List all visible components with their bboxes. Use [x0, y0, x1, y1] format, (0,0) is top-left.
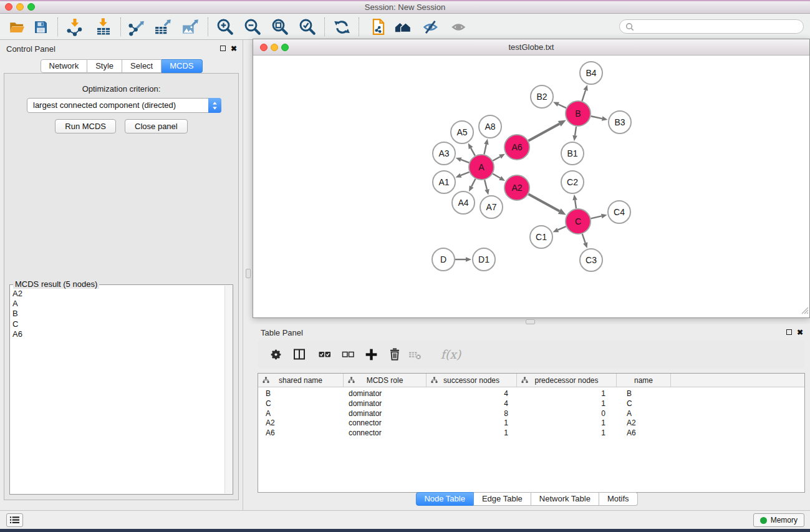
criterion-select[interactable]: largest connected component (directed) — [27, 98, 221, 113]
tab-mcds[interactable]: MCDS — [162, 59, 202, 73]
table-row[interactable]: Adominator80A — [258, 409, 804, 419]
search-input[interactable] — [637, 22, 798, 32]
show-graphics-details-button[interactable] — [448, 16, 470, 37]
column-header-MCDS-role[interactable]: MCDS role — [344, 374, 427, 387]
result-item[interactable]: C — [12, 319, 22, 329]
tab-node-table[interactable]: Node Table — [415, 492, 474, 506]
select-all-button[interactable] — [316, 345, 334, 364]
table-toolbar: f(x) — [258, 341, 804, 368]
result-item[interactable]: A2 — [12, 289, 22, 299]
column-header-successor-nodes[interactable]: successor nodes — [427, 374, 517, 387]
network-overview-button[interactable] — [368, 16, 389, 37]
graph-edge-B-B1[interactable] — [575, 127, 576, 135]
export-table-button[interactable] — [152, 16, 173, 37]
create-column-button[interactable] — [362, 345, 380, 364]
graph-edge-A-A1[interactable] — [461, 172, 470, 175]
mcds-tab-content: Optimization criterion: largest connecte… — [4, 73, 239, 500]
select-stepper-icon — [208, 98, 221, 113]
graph-edge-A2-C[interactable] — [528, 194, 559, 211]
table-cell: 4 — [427, 399, 517, 409]
tab-motifs[interactable]: Motifs — [599, 492, 638, 506]
export-image-button[interactable] — [180, 16, 201, 37]
save-floppy-icon — [33, 19, 49, 35]
horizontal-divider-handle[interactable] — [526, 319, 535, 324]
graph-edge-A-A5[interactable] — [471, 148, 475, 155]
close-panel-icon[interactable]: ✖ — [231, 45, 237, 52]
table-row[interactable]: Bdominator41B — [258, 389, 804, 399]
save-session-button[interactable] — [30, 16, 51, 37]
column-header-shared-name[interactable]: shared name — [258, 374, 344, 387]
graph-edge-C-C2[interactable] — [575, 200, 576, 209]
zoom-out-button[interactable] — [242, 16, 263, 37]
export-network-button[interactable] — [126, 16, 147, 37]
delete-column-button[interactable] — [385, 345, 404, 364]
show-column-button[interactable] — [290, 345, 309, 364]
graph-edge-arrowhead — [602, 116, 608, 120]
trash-icon — [387, 347, 402, 362]
graph-edge-C-C4[interactable] — [591, 216, 601, 218]
network-canvas[interactable]: AA3A5A8A1A4A7A6A2BB2B4B3B1CC2C4C1C3DD1 — [253, 56, 809, 317]
result-item[interactable]: A6 — [12, 329, 22, 339]
graph-node-label: C3 — [586, 255, 597, 265]
graph-edge-A-A7[interactable] — [485, 180, 487, 189]
deselect-all-button[interactable] — [339, 345, 357, 364]
delete-table-button[interactable] — [406, 345, 425, 364]
open-session-button[interactable] — [6, 16, 27, 37]
tab-network-table[interactable]: Network Table — [531, 492, 599, 506]
vertical-divider-handle[interactable] — [246, 269, 251, 278]
import-network-button[interactable] — [64, 16, 85, 37]
graph-edge-B-B3[interactable] — [591, 116, 602, 118]
zoom-selected-button[interactable] — [297, 16, 318, 37]
mcds-result-title: MCDS result (5 nodes) — [13, 279, 99, 289]
graph-edge-A-A2[interactable] — [493, 174, 500, 178]
table-cell: dominator — [344, 399, 427, 409]
column-header-label: predecessor nodes — [534, 376, 598, 385]
graph-edge-A-A6[interactable] — [493, 157, 500, 161]
hide-graphics-details-button[interactable] — [420, 16, 441, 37]
close-table-panel-icon[interactable]: ✖ — [797, 329, 803, 336]
close-panel-button[interactable]: Close panel — [125, 119, 188, 133]
graph-edge-arrowhead — [583, 85, 587, 91]
float-panel-icon[interactable] — [220, 46, 226, 51]
graph-node-label: B — [575, 109, 581, 118]
graph-edge-C-C1[interactable] — [558, 226, 566, 230]
function-builder-button[interactable]: f(x) — [437, 345, 465, 364]
column-header-name[interactable]: name — [617, 374, 671, 387]
graph-edge-A-A8[interactable] — [484, 144, 486, 154]
task-history-button[interactable] — [6, 513, 23, 527]
graph-edge-A6-B[interactable] — [528, 123, 559, 140]
graph-edge-A-A3[interactable] — [461, 160, 469, 163]
memory-button[interactable]: Memory — [753, 513, 804, 527]
tab-select[interactable]: Select — [122, 59, 162, 73]
result-item[interactable]: A — [12, 299, 22, 309]
result-item[interactable]: B — [12, 309, 22, 319]
tab-network[interactable]: Network — [40, 59, 87, 73]
zoom-in-icon — [216, 18, 234, 36]
tab-style[interactable]: Style — [87, 59, 122, 73]
float-table-panel-icon[interactable] — [786, 329, 792, 335]
table-cell: 1 — [427, 418, 517, 428]
apply-layout-button[interactable] — [331, 16, 352, 37]
zoom-fit-button[interactable] — [269, 16, 291, 37]
graph-edge-B-B2[interactable] — [558, 104, 566, 108]
graph-edge-C-C3[interactable] — [582, 234, 586, 243]
column-header-label: name — [634, 376, 653, 385]
search-box[interactable] — [619, 19, 804, 34]
network-window-titlebar[interactable]: testGlobe.txt — [253, 39, 809, 56]
column-header-predecessor-nodes[interactable]: predecessor nodes — [517, 374, 617, 387]
zoom-in-button[interactable] — [215, 16, 236, 37]
result-scrollbar[interactable] — [224, 286, 233, 493]
first-neighbors-button[interactable] — [393, 16, 414, 37]
table-row[interactable]: A6connector11A6 — [258, 428, 804, 438]
table-row[interactable]: Cdominator41C — [258, 399, 804, 409]
graph-edge-A-A4[interactable] — [471, 179, 475, 186]
table-settings-button[interactable] — [266, 345, 285, 364]
graph-edge-B-B4[interactable] — [582, 90, 586, 101]
resize-grip-icon[interactable] — [801, 306, 809, 317]
import-table-button[interactable] — [93, 16, 114, 37]
tab-edge-table[interactable]: Edge Table — [474, 492, 531, 506]
network-graph[interactable]: AA3A5A8A1A4A7A6A2BB2B4B3B1CC2C4C1C3DD1 — [253, 56, 809, 317]
table-row[interactable]: A2connector11A2 — [258, 418, 804, 428]
fx-icon: f(x) — [441, 347, 461, 361]
run-mcds-button[interactable]: Run MCDS — [55, 119, 116, 133]
